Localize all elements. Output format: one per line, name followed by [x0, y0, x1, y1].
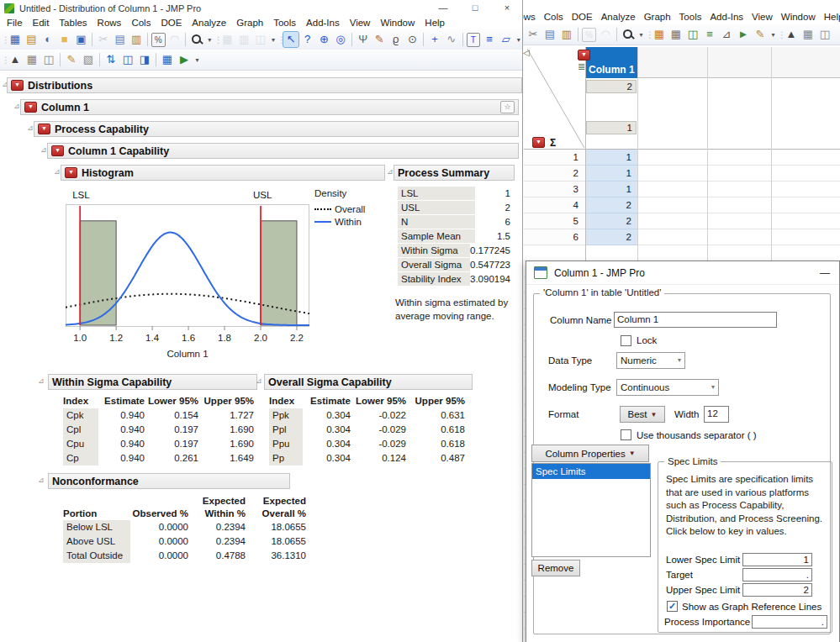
minimize-button[interactable]: —	[427, 0, 459, 16]
menu-cols[interactable]: Cols	[126, 18, 156, 28]
summary-icon[interactable]: ▦	[160, 52, 175, 67]
help-tool-icon[interactable]: ?	[300, 32, 315, 47]
properties-listbox[interactable]: Spec Limits	[531, 463, 651, 557]
red-triangle-button[interactable]: ▼	[38, 124, 50, 134]
menu-analyze[interactable]: Analyze	[601, 12, 636, 22]
toolbar-overflow-button[interactable]: ▾	[205, 36, 214, 44]
menu-edit[interactable]: Edit	[28, 18, 55, 28]
python-script-icon[interactable]: ◐	[40, 32, 55, 47]
menu-window[interactable]: Window	[375, 18, 420, 28]
row-number[interactable]: 5	[524, 213, 585, 229]
panel-collapse-icon[interactable]: ◁	[523, 48, 530, 57]
cut-icon[interactable]: ✂	[96, 32, 111, 47]
collapse-triangle-icon[interactable]: ⊿	[255, 376, 263, 385]
menu-tools[interactable]: Tools	[679, 12, 702, 22]
search-icon[interactable]	[621, 27, 636, 42]
toolbar-overflow-button[interactable]: ▾	[193, 56, 202, 64]
new-column-icon[interactable]: ✎	[64, 52, 79, 67]
data-table-icon[interactable]: ▦	[652, 27, 667, 42]
menu-tables[interactable]: Tables	[54, 18, 92, 28]
copy-icon[interactable]: ▤	[542, 27, 557, 42]
bookmark-star-button[interactable]: ☆	[500, 101, 515, 113]
upper-spec-field[interactable]: 2	[742, 583, 812, 597]
maximize-button[interactable]: □	[459, 0, 491, 16]
open-file-icon[interactable]: ■	[57, 32, 72, 47]
data-type-select[interactable]: Numeric▾	[616, 352, 685, 369]
cell-value[interactable]: 1	[585, 166, 637, 182]
process-importance-field[interactable]: .	[752, 615, 827, 629]
graph-axis-icon[interactable]: ⊿	[719, 27, 734, 42]
move-tool-icon[interactable]: ⊕	[317, 32, 332, 47]
width-field[interactable]: 12	[704, 406, 729, 423]
menu-analyze[interactable]: Analyze	[187, 18, 231, 28]
scribble-tool-icon[interactable]: ∿	[444, 32, 459, 47]
run-script-icon[interactable]: ▶	[177, 52, 192, 67]
cell-value[interactable]: 2	[585, 229, 637, 245]
edit-script-icon[interactable]: ✎	[753, 27, 768, 42]
cell-value[interactable]: 1	[585, 182, 637, 197]
save-window-icon[interactable]: ▦	[220, 32, 235, 47]
copy-icon[interactable]: ▤	[113, 32, 128, 47]
brush-tool-icon[interactable]: ✎	[372, 32, 387, 47]
tabulate-icon[interactable]: ◫	[685, 27, 700, 42]
lasso-tool-icon[interactable]: ϱ	[388, 32, 404, 47]
close-button[interactable]: ×	[491, 0, 523, 16]
menu-window[interactable]: Window	[781, 12, 816, 22]
grid-view-icon[interactable]: ▦	[800, 27, 816, 42]
line-annotate-tool-icon[interactable]: ≡	[482, 32, 497, 47]
arrange-windows-icon[interactable]: ◫	[253, 32, 268, 47]
data-grid-icon[interactable]: ▦	[24, 52, 40, 67]
cell-value[interactable]: 1	[585, 150, 637, 166]
formula-icon[interactable]: ▦	[668, 27, 684, 42]
arrow-tool-icon[interactable]: ↖	[283, 32, 298, 47]
menu-help[interactable]: Help	[420, 18, 450, 28]
menu-graph[interactable]: Graph	[644, 12, 671, 22]
histogram-canvas[interactable]	[66, 204, 309, 332]
menu-rows[interactable]: Rows	[522, 12, 536, 22]
red-triangle-button[interactable]: ▼	[24, 102, 37, 113]
lock-checkbox[interactable]	[621, 335, 631, 346]
thousands-separator-checkbox[interactable]	[621, 429, 631, 440]
cut-icon[interactable]: ✂	[526, 27, 541, 42]
column-header-column1[interactable]: Column 1	[585, 47, 637, 78]
column-properties-button[interactable]: Column Properties▼	[531, 445, 649, 462]
collapse-triangle-icon[interactable]: ⊿	[37, 376, 45, 385]
listbox-item-spec-limits[interactable]: Spec Limits	[532, 464, 650, 479]
row-number[interactable]: 6	[524, 229, 585, 245]
red-triangle-button[interactable]: ▼	[11, 80, 24, 91]
menu-view[interactable]: View	[345, 18, 376, 28]
menu-rows[interactable]: Rows	[92, 18, 127, 28]
toolbar-overflow-button[interactable]: ▾	[269, 36, 278, 44]
paste-icon[interactable]: ▥	[559, 27, 574, 42]
red-triangle-button[interactable]: ▼	[51, 145, 64, 156]
annotate-tool-icon[interactable]: T	[467, 33, 481, 47]
menu-graph[interactable]: Graph	[231, 18, 268, 28]
column-name-field[interactable]: Column 1	[614, 312, 777, 328]
cell-value[interactable]: 2	[585, 213, 637, 229]
column-info-icon[interactable]: ◫	[41, 52, 56, 67]
show-reference-lines-checkbox[interactable]: ✓	[667, 601, 678, 612]
rows-red-triangle-button[interactable]: ▼	[532, 137, 545, 148]
menu-addins[interactable]: Add-Ins	[710, 12, 743, 22]
histogram-plot[interactable]: Column 1 LSLUSL1.01.21.41.61.82.02.2	[55, 187, 325, 366]
column-headers-icon[interactable]: ◫	[817, 27, 832, 42]
data-filter-icon[interactable]: ▲	[784, 27, 799, 42]
lower-spec-field[interactable]: 1	[742, 553, 812, 566]
menu-doe[interactable]: DOE	[156, 18, 187, 28]
menu-view[interactable]: View	[752, 12, 773, 22]
column-summary-cell[interactable]: 2	[586, 80, 637, 93]
collapse-triangle-icon[interactable]: ⊿	[37, 476, 45, 484]
dialog-minimize-button[interactable]: —	[811, 267, 839, 279]
row-number[interactable]: 1	[524, 150, 585, 166]
search-icon[interactable]	[189, 32, 204, 47]
magnifier-tool-icon[interactable]: ⊙	[405, 32, 420, 47]
red-triangle-button[interactable]: ▼	[65, 167, 77, 178]
menu-cols[interactable]: Cols	[544, 12, 563, 22]
lock-icon[interactable]: ◠	[598, 27, 613, 42]
menu-addins[interactable]: Add-Ins	[301, 18, 345, 28]
data-filter-icon[interactable]: ▲	[8, 52, 23, 67]
grabber-tool-icon[interactable]: Ψ	[356, 32, 371, 47]
split-icon[interactable]: ◨	[137, 52, 152, 67]
menu-tools[interactable]: Tools	[268, 18, 301, 28]
modeling-type-select[interactable]: Continuous▾	[616, 379, 719, 396]
